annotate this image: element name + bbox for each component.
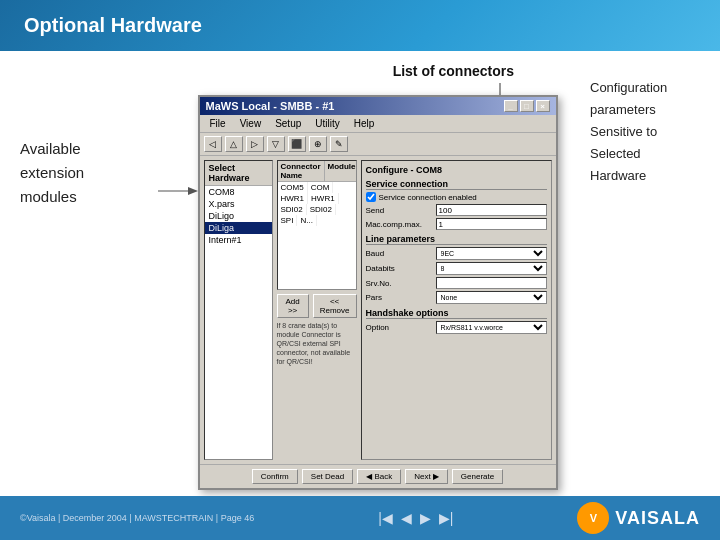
service-label: Service connection enabled	[379, 193, 477, 202]
list-of-connectors-label: List of connectors	[393, 63, 514, 79]
toolbar-btn-4[interactable]: ▽	[267, 136, 285, 152]
footer: ©Vaisala | December 2004 | MAWSTECHTRAIN…	[0, 496, 720, 540]
pars-select[interactable]: None	[436, 291, 547, 304]
available-text: Available	[20, 137, 165, 161]
toolbar-btn-5[interactable]: ⬛	[288, 136, 306, 152]
add-remove-buttons: Add >> << Remove	[277, 294, 357, 318]
service-connection-section: Service connection	[366, 179, 547, 190]
nav-next[interactable]: ▶|	[439, 510, 454, 526]
dialog-title: MaWS Local - SMBB - #1	[206, 100, 335, 112]
nav-first[interactable]: |◀	[378, 510, 393, 526]
dialog-window[interactable]: MaWS Local - SMBB - #1 _ □ × File View S…	[198, 95, 558, 490]
modules-text: modules	[20, 185, 165, 209]
close-button[interactable]: ×	[536, 100, 550, 112]
baud-label: Baud	[366, 249, 436, 258]
connector-panel: Connector Name Module COM5 COM HWR1 HWR1	[277, 160, 357, 460]
hw-item-com8[interactable]: COM8	[205, 186, 272, 198]
select-hardware-label: Select Hardware	[205, 161, 272, 186]
databits-label: Databits	[366, 264, 436, 273]
toolbar-btn-7[interactable]: ✎	[330, 136, 348, 152]
dialog-buttons: Confirm Set Dead ◀ Back Next ▶ Generate	[200, 464, 556, 488]
hw-item-intern[interactable]: Intern#1	[205, 234, 272, 246]
back-button[interactable]: ◀ Back	[357, 469, 401, 484]
line-parameters-title: Line parameters	[366, 234, 547, 245]
config-line1: Configuration	[590, 77, 700, 99]
menubar: File View Setup Utility Help	[200, 115, 556, 133]
header: Optional Hardware	[0, 0, 720, 51]
option-select[interactable]: Rx/RS811 v.v.worce	[436, 321, 547, 334]
toolbar-btn-6[interactable]: ⊕	[309, 136, 327, 152]
connector-table: Connector Name Module COM5 COM HWR1 HWR1	[277, 160, 357, 290]
extension-text: extension	[20, 161, 165, 185]
add-button[interactable]: Add >>	[277, 294, 309, 318]
hw-item-diliga[interactable]: DiLiga	[205, 222, 272, 234]
right-annotation: Configuration parameters Sensitive to Se…	[590, 67, 700, 483]
generate-button[interactable]: Generate	[452, 469, 503, 484]
configure-title: Configure - COM8	[366, 165, 547, 175]
set-dead-button[interactable]: Set Dead	[302, 469, 353, 484]
menu-utility[interactable]: Utility	[309, 117, 345, 130]
connector-row-spi[interactable]: SPI N...	[278, 215, 356, 226]
connector-row-com5[interactable]: COM5 COM	[278, 182, 356, 193]
remove-button[interactable]: << Remove	[313, 294, 357, 318]
handshake-title: Handshake options	[366, 308, 547, 319]
header-title: Optional Hardware	[24, 14, 202, 36]
footer-logo: V VAISALA	[577, 502, 700, 534]
toolbar-btn-3[interactable]: ▷	[246, 136, 264, 152]
hardware-list: COM8 X.pars DiLigo DiLiga Intern#1	[205, 186, 272, 246]
info-text: If 8 crane data(s) to module Connector i…	[277, 321, 357, 366]
footer-copyright: ©Vaisala | December 2004 | MAWSTECHTRAIN…	[20, 513, 254, 523]
next-button[interactable]: Next ▶	[405, 469, 448, 484]
left-panel: Available extension modules	[20, 67, 165, 483]
menu-file[interactable]: File	[204, 117, 232, 130]
module-col: Module	[325, 161, 357, 181]
databits-select[interactable]: 8	[436, 262, 547, 275]
baud-select[interactable]: 9EC	[436, 247, 547, 260]
menu-view[interactable]: View	[234, 117, 268, 130]
hw-item-xpars[interactable]: X.pars	[205, 198, 272, 210]
connector-row-hwr1[interactable]: HWR1 HWR1	[278, 193, 356, 204]
logo-circle: V	[577, 502, 609, 534]
toolbar-btn-2[interactable]: △	[225, 136, 243, 152]
center-panel: List of connectors MaWS Local - SMBB - #…	[181, 67, 574, 483]
send-input[interactable]	[436, 204, 547, 216]
select-hardware-panel: Select Hardware COM8 X.pars DiLigo DiLig…	[204, 160, 273, 460]
hw-item-diligo[interactable]: DiLigo	[205, 210, 272, 222]
mac-comp-label: Mac.comp.max.	[366, 220, 436, 229]
srv-no-input[interactable]	[436, 277, 547, 289]
config-line3: Sensitive to	[590, 121, 700, 143]
checkbox-service[interactable]: Service connection enabled	[366, 192, 547, 202]
connector-name-col: Connector Name	[278, 161, 325, 181]
config-line5: Hardware	[590, 165, 700, 187]
connector-row-sdi02[interactable]: SDI02 SDI02	[278, 204, 356, 215]
service-checkbox[interactable]	[366, 192, 376, 202]
dialog-body: Select Hardware COM8 X.pars DiLigo DiLig…	[200, 156, 556, 464]
config-line4: Selected	[590, 143, 700, 165]
menu-help[interactable]: Help	[348, 117, 381, 130]
menu-setup[interactable]: Setup	[269, 117, 307, 130]
option-label: Option	[366, 323, 436, 332]
dialog-titlebar: MaWS Local - SMBB - #1 _ □ ×	[200, 97, 556, 115]
connector-header: Connector Name Module	[278, 161, 356, 182]
footer-nav: |◀ ◀ ▶ ▶|	[378, 510, 453, 526]
config-line2: parameters	[590, 99, 700, 121]
logo-text: VAISALA	[615, 508, 700, 529]
srv-no-label: Srv.No.	[366, 279, 436, 288]
nav-play[interactable]: ▶	[420, 510, 431, 526]
maximize-button[interactable]: □	[520, 100, 534, 112]
configure-panel: Configure - COM8 Service connection Serv…	[361, 160, 552, 460]
send-label: Send	[366, 206, 436, 215]
toolbar: ◁ △ ▷ ▽ ⬛ ⊕ ✎	[200, 133, 556, 156]
mac-comp-input[interactable]	[436, 218, 547, 230]
pars-label: Pars	[366, 293, 436, 302]
nav-prev[interactable]: ◀	[401, 510, 412, 526]
minimize-button[interactable]: _	[504, 100, 518, 112]
toolbar-btn-1[interactable]: ◁	[204, 136, 222, 152]
confirm-button[interactable]: Confirm	[252, 469, 298, 484]
